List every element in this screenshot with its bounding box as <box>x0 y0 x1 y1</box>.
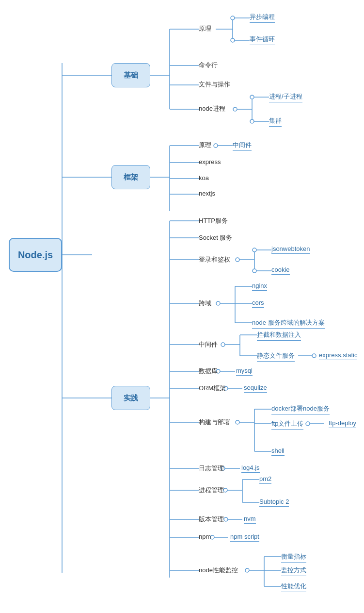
label-xingneng: 性能优化 <box>281 582 306 592</box>
label-ftp: ftp文件上传 <box>271 419 303 430</box>
label-cookie: cookie <box>271 266 290 275</box>
label-jiqun: 集群 <box>269 116 282 127</box>
svg-point-79 <box>214 144 218 148</box>
label-mysql: mysql <box>236 367 253 376</box>
svg-point-94 <box>253 269 256 273</box>
svg-point-81 <box>221 343 225 347</box>
label-wenjian: 文件与操作 <box>199 80 230 89</box>
label-shijian-xunhuan: 事件循环 <box>250 35 275 45</box>
label-rizhi: 日志管理 <box>199 464 224 473</box>
label-socket: Socket 服务 <box>199 233 232 242</box>
section-jichu: 基础 <box>111 63 150 87</box>
svg-point-92 <box>236 258 239 262</box>
label-shell: shell <box>271 447 285 456</box>
svg-point-80 <box>216 301 220 305</box>
label-npm-script: npm script <box>230 533 259 542</box>
svg-point-88 <box>223 488 227 492</box>
connector-lines <box>0 0 364 613</box>
label-docker: docker部署node服务 <box>271 404 330 414</box>
label-yuanli: 原理 <box>199 24 211 33</box>
svg-point-86 <box>306 422 310 426</box>
svg-point-85 <box>236 420 239 424</box>
svg-point-89 <box>224 517 228 521</box>
label-http: HTTP服务 <box>199 216 228 225</box>
label-node-jiankong: node性能监控 <box>199 566 238 575</box>
label-zhongjianjian: 中间件 <box>233 141 252 151</box>
label-jsonwebtoken: jsonwebtoken <box>271 245 310 254</box>
svg-point-78 <box>250 119 254 123</box>
svg-point-77 <box>250 95 254 99</box>
svg-point-75 <box>231 16 235 20</box>
label-orm: ORM框架 <box>199 384 226 393</box>
label-jianzao: 构建与部署 <box>199 418 230 427</box>
label-lanjie: 拦截和数据注入 <box>257 331 301 341</box>
section-kuangjia: 框架 <box>111 165 150 189</box>
svg-point-82 <box>312 354 316 358</box>
svg-point-76 <box>231 38 235 42</box>
label-jincheng-zi: 进程/子进程 <box>269 92 302 102</box>
label-nginx: nginx <box>252 282 267 291</box>
label-jingtai: 静态文件服务 <box>257 351 295 362</box>
label-npm: npm <box>199 533 211 540</box>
label-koa: koa <box>199 174 209 182</box>
root-label: Node.js <box>18 249 53 261</box>
label-log4: log4.js <box>241 464 260 473</box>
label-hengliang: 衡量指标 <box>281 552 306 563</box>
label-express-static: express.static <box>319 351 357 360</box>
root-node: Node.js <box>9 238 62 272</box>
label-banben: 版本管理 <box>199 515 224 524</box>
label-express: express <box>199 158 221 166</box>
label-subtopic2: Subtopic 2 <box>259 498 289 507</box>
svg-point-95 <box>233 107 237 111</box>
label-yuanli2: 原理 <box>199 141 211 149</box>
label-kuayu: 跨域 <box>199 299 211 308</box>
label-jincheng: 进程管理 <box>199 486 224 495</box>
label-denglu: 登录和鉴权 <box>199 255 230 264</box>
mind-map: Node.js 基础 框架 实践 原理 异步编程 事件循环 命令行 文件与操作 … <box>0 0 364 613</box>
label-cors: cors <box>252 299 264 308</box>
label-pm2: pm2 <box>259 475 271 484</box>
label-node-kuayu: node 服务跨域的解决方案 <box>252 318 325 329</box>
label-jiankong: 监控方式 <box>281 566 306 576</box>
section-shijian: 实践 <box>111 386 150 410</box>
label-sequlize: sequlize <box>244 384 267 393</box>
label-nextjs: nextjs <box>199 190 215 197</box>
svg-point-91 <box>245 568 249 572</box>
label-yibu: 异步编程 <box>250 13 275 23</box>
label-ftp-deploy: ftp-deploy <box>329 419 356 428</box>
svg-point-93 <box>253 248 256 252</box>
label-shujuku: 数据库 <box>199 367 218 376</box>
label-nvm: nvm <box>244 515 256 524</box>
label-node-jincheng: node进程 <box>199 104 225 113</box>
label-zhongjianjian2: 中间件 <box>199 340 218 349</box>
label-mingling: 命令行 <box>199 61 218 69</box>
